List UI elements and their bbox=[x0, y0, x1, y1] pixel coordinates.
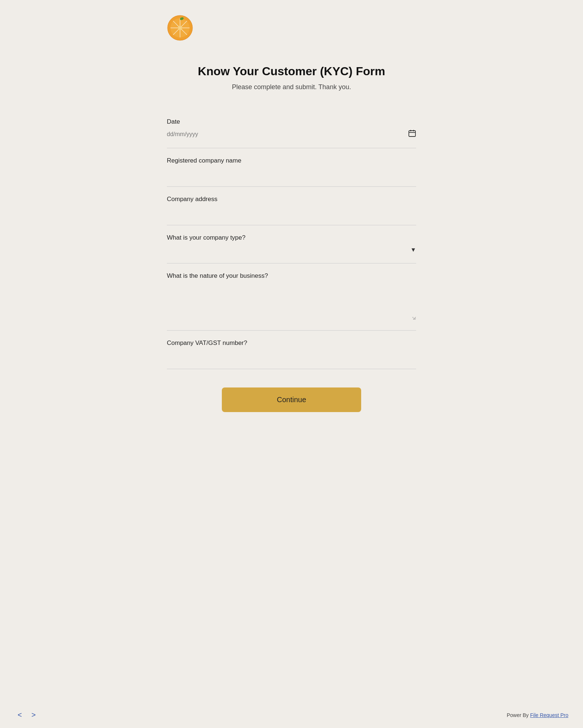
svg-rect-7 bbox=[409, 131, 415, 136]
form-subtitle: Please complete and submit. Thank you. bbox=[167, 83, 416, 91]
nature-of-business-textarea-wrapper: ⤡ bbox=[167, 283, 416, 321]
company-type-field-group: What is your company type? Ltd PLC LLP S… bbox=[167, 225, 416, 263]
orange-logo-icon bbox=[167, 15, 193, 41]
date-input-wrapper bbox=[167, 129, 416, 139]
footer: < > Power By File Request Pro bbox=[0, 702, 583, 728]
date-field-group: Date bbox=[167, 109, 416, 148]
nav-buttons: < > bbox=[15, 709, 38, 721]
company-name-label: Registered company name bbox=[167, 157, 416, 164]
form-title: Know Your Customer (KYC) Form bbox=[167, 65, 416, 78]
nature-of-business-textarea[interactable] bbox=[167, 283, 416, 320]
form-body: Date Registered company name Compa bbox=[167, 109, 416, 412]
calendar-icon[interactable] bbox=[408, 129, 416, 139]
svg-point-6 bbox=[178, 26, 182, 30]
date-label: Date bbox=[167, 118, 416, 125]
date-input[interactable] bbox=[167, 130, 408, 139]
resize-handle-icon: ⤡ bbox=[412, 316, 415, 321]
company-type-select[interactable]: Ltd PLC LLP Sole Trader Partnership bbox=[167, 245, 416, 254]
vat-gst-label: Company VAT/GST number? bbox=[167, 339, 416, 347]
powered-by: Power By File Request Pro bbox=[507, 712, 568, 718]
prev-button[interactable]: < bbox=[15, 709, 25, 721]
powered-by-link[interactable]: File Request Pro bbox=[530, 712, 568, 718]
company-name-field-group: Registered company name bbox=[167, 148, 416, 187]
next-button[interactable]: > bbox=[29, 709, 39, 721]
nature-of-business-field-group: What is the nature of your business? ⤡ bbox=[167, 263, 416, 331]
company-address-field-group: Company address bbox=[167, 187, 416, 225]
vat-gst-input[interactable] bbox=[167, 350, 416, 360]
continue-button[interactable]: Continue bbox=[222, 387, 361, 412]
vat-gst-field-group: Company VAT/GST number? bbox=[167, 331, 416, 369]
company-type-label: What is your company type? bbox=[167, 234, 416, 241]
company-address-label: Company address bbox=[167, 196, 416, 203]
continue-button-wrapper: Continue bbox=[167, 387, 416, 412]
nature-of-business-label: What is the nature of your business? bbox=[167, 272, 416, 280]
powered-by-text: Power By bbox=[507, 712, 530, 718]
logo-area bbox=[167, 15, 416, 43]
company-type-select-wrapper: Ltd PLC LLP Sole Trader Partnership ▼ bbox=[167, 245, 416, 254]
form-header: Know Your Customer (KYC) Form Please com… bbox=[167, 65, 416, 91]
company-address-input[interactable] bbox=[167, 207, 416, 216]
company-name-input[interactable] bbox=[167, 168, 416, 178]
